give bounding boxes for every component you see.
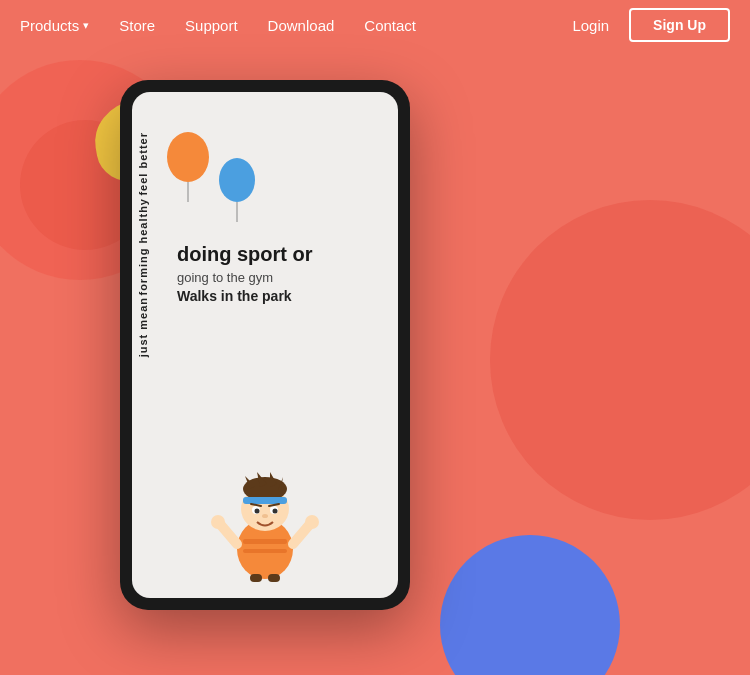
deco-circle-right xyxy=(490,200,750,520)
svg-point-20 xyxy=(305,515,319,529)
svg-rect-22 xyxy=(268,574,280,582)
vertical-text-1: feel better xyxy=(137,132,149,196)
nav-download[interactable]: Download xyxy=(268,17,335,34)
nav-contact-label: Contact xyxy=(364,17,416,34)
orange-balloon xyxy=(167,132,209,182)
nav-items: Products ▾ Store Support Download Contac… xyxy=(20,17,572,34)
svg-rect-9 xyxy=(243,497,287,504)
svg-rect-2 xyxy=(243,549,287,553)
gym-text: going to the gym xyxy=(177,270,383,285)
login-link[interactable]: Login xyxy=(572,17,609,34)
svg-point-13 xyxy=(273,509,278,514)
svg-point-19 xyxy=(211,515,225,529)
walks-text: Walks in the park xyxy=(177,288,383,304)
nav-contact[interactable]: Contact xyxy=(364,17,416,34)
nav-products-label: Products xyxy=(20,17,79,34)
svg-rect-21 xyxy=(250,574,262,582)
tablet-content: feel better forming healthy just mean do… xyxy=(132,92,398,598)
tablet-device: feel better forming healthy just mean do… xyxy=(120,80,410,610)
navbar: Products ▾ Store Support Download Contac… xyxy=(0,0,750,50)
blue-balloon xyxy=(219,158,255,202)
svg-rect-1 xyxy=(243,539,287,544)
character-illustration xyxy=(205,454,325,588)
nav-store-label: Store xyxy=(119,17,155,34)
nav-download-label: Download xyxy=(268,17,335,34)
main-text-area: doing sport or going to the gym Walks in… xyxy=(177,242,383,304)
doing-sport-text: doing sport or xyxy=(177,242,383,266)
hero-background: feel better forming healthy just mean do… xyxy=(0,0,750,675)
tablet-frame: feel better forming healthy just mean do… xyxy=(120,80,410,610)
deco-circle-blue xyxy=(440,535,620,675)
signup-button[interactable]: Sign Up xyxy=(629,8,730,42)
tablet-screen: feel better forming healthy just mean do… xyxy=(132,92,398,598)
nav-store[interactable]: Store xyxy=(119,17,155,34)
svg-point-16 xyxy=(262,514,268,518)
nav-actions: Login Sign Up xyxy=(572,8,730,42)
vertical-text-3: just mean xyxy=(137,297,149,357)
chevron-down-icon: ▾ xyxy=(83,19,89,32)
vertical-text-2: forming healthy xyxy=(137,198,149,296)
balloons-area xyxy=(167,112,383,212)
side-text-area: feel better forming healthy just mean xyxy=(137,132,149,357)
nav-products[interactable]: Products ▾ xyxy=(20,17,89,34)
nav-support[interactable]: Support xyxy=(185,17,238,34)
svg-point-12 xyxy=(255,509,260,514)
nav-support-label: Support xyxy=(185,17,238,34)
